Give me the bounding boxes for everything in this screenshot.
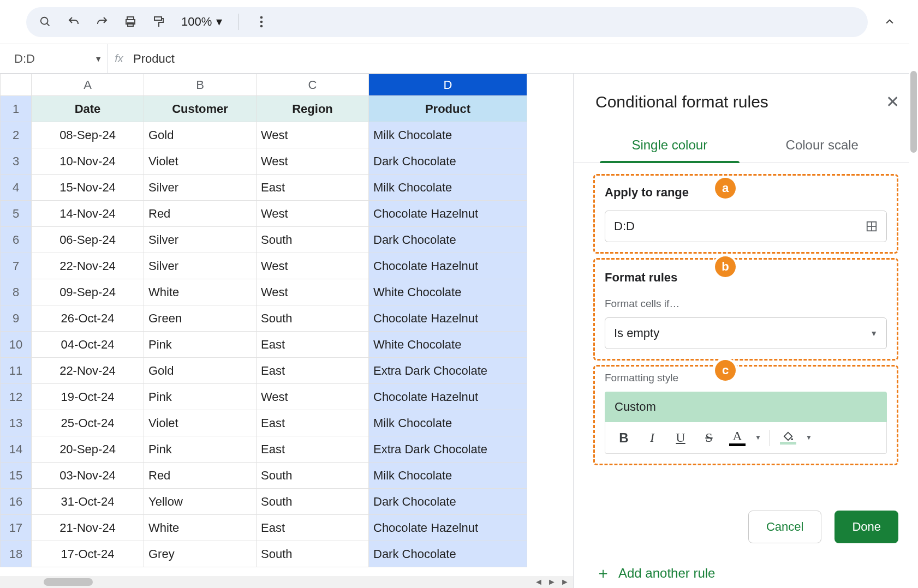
- cell[interactable]: Extra Dark Chocolate: [369, 358, 527, 384]
- cell[interactable]: West: [257, 122, 369, 148]
- add-another-rule[interactable]: ＋ Add another rule: [574, 550, 918, 588]
- cell[interactable]: 06-Sep-24: [32, 227, 144, 253]
- underline-button[interactable]: U: [667, 426, 694, 450]
- row-header[interactable]: 11: [1, 358, 32, 384]
- row-header[interactable]: 10: [1, 332, 32, 358]
- collapse-toolbar-icon[interactable]: [877, 9, 903, 35]
- print-icon[interactable]: [121, 13, 140, 31]
- column-header[interactable]: C: [257, 74, 369, 96]
- cell[interactable]: Violet: [144, 148, 257, 175]
- column-header[interactable]: B: [144, 74, 257, 96]
- cell[interactable]: West: [257, 279, 369, 305]
- done-button[interactable]: Done: [834, 511, 898, 543]
- cell[interactable]: East: [257, 410, 369, 436]
- row-header[interactable]: 1: [1, 96, 32, 122]
- scroll-right-icon[interactable]: ►: [546, 576, 558, 588]
- cell[interactable]: Chocolate Hazelnut: [369, 201, 527, 227]
- strikethrough-button[interactable]: S: [696, 426, 722, 450]
- cell[interactable]: South: [257, 541, 369, 567]
- cell[interactable]: Dark Chocolate: [369, 148, 527, 175]
- cell[interactable]: Extra Dark Chocolate: [369, 436, 527, 463]
- paint-format-icon[interactable]: [150, 13, 168, 31]
- tab-single-colour[interactable]: Single colour: [593, 132, 746, 163]
- cell[interactable]: White Chocolate: [369, 279, 527, 305]
- name-box[interactable]: D:D ▼: [5, 44, 108, 73]
- cell[interactable]: White Chocolate: [369, 332, 527, 358]
- cell[interactable]: East: [257, 358, 369, 384]
- scrollbar-thumb[interactable]: [44, 578, 93, 586]
- table-header-cell[interactable]: Date: [32, 96, 144, 122]
- cell[interactable]: Pink: [144, 384, 257, 410]
- italic-button[interactable]: I: [639, 426, 665, 450]
- cell[interactable]: White: [144, 279, 257, 305]
- scrollbar-thumb[interactable]: [910, 71, 917, 153]
- cell[interactable]: 22-Nov-24: [32, 253, 144, 279]
- cell[interactable]: West: [257, 148, 369, 175]
- cell[interactable]: 10-Nov-24: [32, 148, 144, 175]
- tab-colour-scale[interactable]: Colour scale: [746, 132, 899, 163]
- cell[interactable]: East: [257, 332, 369, 358]
- cell[interactable]: Milk Chocolate: [369, 122, 527, 148]
- cell[interactable]: 26-Oct-24: [32, 305, 144, 332]
- cell[interactable]: 17-Oct-24: [32, 541, 144, 567]
- cell[interactable]: 14-Nov-24: [32, 201, 144, 227]
- chevron-down-icon[interactable]: ▼: [753, 426, 764, 450]
- cell[interactable]: East: [257, 175, 369, 201]
- search-icon[interactable]: [36, 13, 55, 31]
- row-header[interactable]: 13: [1, 410, 32, 436]
- cell[interactable]: West: [257, 253, 369, 279]
- cell[interactable]: South: [257, 227, 369, 253]
- row-header[interactable]: 8: [1, 279, 32, 305]
- column-header[interactable]: A: [32, 74, 144, 96]
- cell[interactable]: Green: [144, 305, 257, 332]
- more-icon[interactable]: [252, 13, 271, 31]
- row-header[interactable]: 9: [1, 305, 32, 332]
- fill-color-button[interactable]: [775, 426, 801, 450]
- spreadsheet[interactable]: ABCD1DateCustomerRegionProduct208-Sep-24…: [0, 74, 573, 588]
- row-header[interactable]: 17: [1, 515, 32, 541]
- text-color-button[interactable]: A: [724, 426, 750, 450]
- vertical-scrollbar[interactable]: [909, 0, 918, 588]
- cell[interactable]: Pink: [144, 436, 257, 463]
- table-header-cell[interactable]: Customer: [144, 96, 257, 122]
- formula-input[interactable]: Product: [130, 52, 175, 66]
- select-all-corner[interactable]: [1, 74, 32, 96]
- cell[interactable]: 19-Oct-24: [32, 384, 144, 410]
- row-header[interactable]: 3: [1, 148, 32, 175]
- close-icon[interactable]: ✕: [886, 92, 899, 111]
- zoom-select[interactable]: 100% ▾: [178, 15, 225, 29]
- cell[interactable]: 22-Nov-24: [32, 358, 144, 384]
- cell[interactable]: Dark Chocolate: [369, 489, 527, 515]
- cell[interactable]: Chocolate Hazelnut: [369, 384, 527, 410]
- chevron-down-icon[interactable]: ▼: [803, 426, 814, 450]
- style-preview[interactable]: Custom: [605, 392, 887, 422]
- table-header-cell[interactable]: Region: [257, 96, 369, 122]
- cell[interactable]: South: [257, 489, 369, 515]
- cancel-button[interactable]: Cancel: [748, 511, 821, 543]
- cell[interactable]: Chocolate Hazelnut: [369, 253, 527, 279]
- column-header[interactable]: D: [369, 74, 527, 96]
- cell[interactable]: Grey: [144, 541, 257, 567]
- cell[interactable]: 15-Nov-24: [32, 175, 144, 201]
- cell[interactable]: Gold: [144, 358, 257, 384]
- scroll-left-icon[interactable]: ◄: [533, 576, 545, 588]
- row-header[interactable]: 4: [1, 175, 32, 201]
- cell[interactable]: 25-Oct-24: [32, 410, 144, 436]
- range-input[interactable]: D:D: [605, 211, 887, 242]
- cell[interactable]: White: [144, 515, 257, 541]
- cell[interactable]: Milk Chocolate: [369, 175, 527, 201]
- row-header[interactable]: 6: [1, 227, 32, 253]
- cell[interactable]: Silver: [144, 175, 257, 201]
- scroll-right-icon[interactable]: ►: [559, 576, 571, 588]
- row-header[interactable]: 15: [1, 463, 32, 489]
- cell[interactable]: South: [257, 463, 369, 489]
- cell[interactable]: East: [257, 515, 369, 541]
- cell[interactable]: 04-Oct-24: [32, 332, 144, 358]
- bold-button[interactable]: B: [611, 426, 637, 450]
- row-header[interactable]: 18: [1, 541, 32, 567]
- cell[interactable]: Milk Chocolate: [369, 410, 527, 436]
- cell[interactable]: Gold: [144, 122, 257, 148]
- cell[interactable]: 08-Sep-24: [32, 122, 144, 148]
- cell[interactable]: Red: [144, 463, 257, 489]
- cell[interactable]: Silver: [144, 227, 257, 253]
